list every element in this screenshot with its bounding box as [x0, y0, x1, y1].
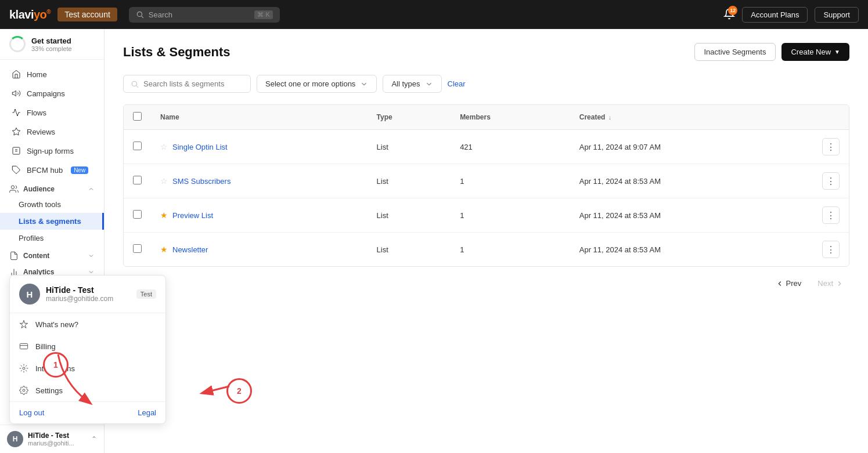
user-name: HiTide - Test	[28, 432, 87, 440]
sidebar-item-lists-segments[interactable]: Lists & segments	[0, 213, 104, 230]
account-name[interactable]: Test account	[57, 8, 117, 21]
sidebar-item-flows-label: Flows	[27, 108, 46, 117]
header-actions: Inactive Segments Create New ▼	[694, 43, 850, 61]
user-menu-trigger[interactable]: H HiTide - Test marius@gohiti... ⌃	[0, 425, 104, 453]
clear-filter-button[interactable]: Clear	[448, 79, 466, 88]
type-filter[interactable]: All types	[383, 75, 441, 93]
row-more-button[interactable]: ⋮	[822, 206, 840, 224]
svg-rect-4	[13, 147, 20, 154]
audience-section-header[interactable]: Audience	[0, 180, 104, 196]
megaphone-icon	[12, 89, 21, 98]
row-actions-cell: ⋮	[813, 130, 849, 164]
nav-right: 12 Account Plans Support	[723, 7, 859, 23]
home-icon	[12, 70, 21, 79]
sidebar-item-signup-forms[interactable]: Sign-up forms	[2, 142, 102, 160]
row-type: List	[368, 233, 451, 267]
row-type: List	[368, 130, 451, 164]
svg-marker-3	[12, 128, 20, 135]
table-header-row: Name Type Members Created ↓	[124, 105, 849, 130]
sidebar-item-campaigns[interactable]: Campaigns	[2, 84, 102, 103]
row-actions-cell: ⋮	[813, 233, 849, 267]
inactive-segments-button[interactable]: Inactive Segments	[694, 43, 776, 61]
layout: Get started 33% complete Home Campaigns …	[0, 29, 868, 453]
legal-link[interactable]: Legal	[138, 408, 156, 417]
col-created: Created ↓	[570, 105, 813, 130]
row-name-cell: ☆ SMS Subscribers	[151, 164, 368, 198]
content-icon	[9, 251, 19, 260]
row-star: ☆	[160, 176, 168, 186]
row-name-link[interactable]: ☆ SMS Subscribers	[160, 176, 358, 186]
user-popup: H HiTide - Test marius@gohitide.com Test…	[105, 275, 166, 424]
row-created: Apr 11, 2024 at 9:07 AM	[570, 130, 813, 164]
form-icon	[12, 146, 21, 155]
sidebar-item-reviews[interactable]: Reviews	[2, 122, 102, 141]
row-created: Apr 11, 2024 at 8:53 AM	[570, 164, 813, 198]
chevron-down-icon	[88, 252, 95, 259]
select-all-checkbox[interactable]	[133, 112, 142, 121]
row-checkbox[interactable]	[133, 244, 142, 253]
type-filter-label: All types	[391, 79, 420, 88]
page-title: Lists & Segments	[123, 45, 230, 60]
row-type: List	[368, 164, 451, 198]
popup-integrations[interactable]: Integrations	[105, 357, 165, 379]
sidebar-item-growth-tools[interactable]: Growth tools	[0, 196, 104, 213]
logo: klaviyo®	[9, 8, 51, 21]
content-section-header[interactable]: Content	[0, 247, 104, 263]
row-more-button[interactable]: ⋮	[822, 241, 840, 258]
arrow-2	[195, 375, 253, 409]
popup-billing[interactable]: Billing	[105, 335, 165, 357]
row-more-button[interactable]: ⋮	[822, 138, 840, 155]
row-name-cell: ☆ Single Optin List	[151, 130, 368, 164]
col-actions	[813, 105, 849, 130]
search-shortcut: ⌘ K	[254, 10, 272, 19]
sidebar-item-home[interactable]: Home	[2, 65, 102, 84]
get-started-section[interactable]: Get started 33% complete	[0, 29, 104, 60]
row-members: 1	[451, 233, 570, 267]
row-name-link[interactable]: ★ Newsletter	[160, 245, 358, 254]
bfcm-badge: New	[71, 166, 88, 174]
filters-row: Select one or more options All types Cle…	[123, 75, 849, 93]
lists-segments-label: Lists & segments	[19, 217, 81, 226]
popup-settings[interactable]: Settings	[105, 379, 165, 401]
get-started-progress: 33% complete	[31, 45, 72, 52]
row-more-button[interactable]: ⋮	[822, 172, 840, 190]
notification-button[interactable]: 12	[723, 8, 735, 21]
row-star: ☆	[160, 142, 168, 151]
create-new-button[interactable]: Create New ▼	[781, 43, 849, 61]
row-star: ★	[160, 211, 168, 220]
progress-circle	[9, 36, 26, 52]
support-button[interactable]: Support	[815, 7, 859, 23]
search-bar[interactable]: Search ⌘ K	[129, 7, 280, 23]
row-members: 1	[451, 198, 570, 233]
notification-badge: 12	[728, 6, 737, 15]
sidebar-item-profiles[interactable]: Profiles	[0, 230, 104, 247]
col-name: Name	[151, 105, 368, 130]
popup-email: marius@gohitide.com	[105, 295, 113, 303]
list-search-input-wrap[interactable]	[123, 75, 251, 93]
account-plans-button[interactable]: Account Plans	[742, 7, 808, 23]
type-filter-chevron	[425, 80, 433, 88]
logo-area: klaviyo® Test account	[9, 8, 117, 21]
list-search-input[interactable]	[143, 79, 243, 88]
table-row: ★ Newsletter List 1 Apr 11, 2024 at 8:53…	[124, 233, 849, 267]
prev-button[interactable]: Prev	[770, 276, 808, 291]
sidebar-item-bfcm-hub-label: BFCM hub	[27, 166, 63, 175]
options-filter[interactable]: Select one or more options	[257, 75, 377, 93]
row-checkbox[interactable]	[133, 210, 142, 219]
row-star: ★	[160, 245, 168, 254]
row-name-link[interactable]: ★ Preview List	[160, 211, 358, 220]
sidebar-item-bfcm-hub[interactable]: BFCM hub New	[2, 161, 102, 179]
chevron-up-icon	[88, 186, 95, 193]
table-row: ☆ Single Optin List List 421 Apr 11, 202…	[124, 130, 849, 164]
popup-whats-new[interactable]: What's new?	[105, 313, 165, 335]
svg-line-13	[136, 85, 138, 87]
sidebar-item-flows[interactable]: Flows	[2, 103, 102, 122]
row-checkbox[interactable]	[133, 176, 142, 184]
star-icon	[12, 127, 21, 136]
row-checkbox[interactable]	[133, 142, 142, 150]
next-button[interactable]: Next	[812, 276, 849, 291]
get-started-title: Get started	[31, 37, 72, 45]
row-name-link[interactable]: ☆ Single Optin List	[160, 142, 358, 151]
col-members: Members	[451, 105, 570, 130]
user-menu-chevron: ⌃	[91, 435, 97, 443]
